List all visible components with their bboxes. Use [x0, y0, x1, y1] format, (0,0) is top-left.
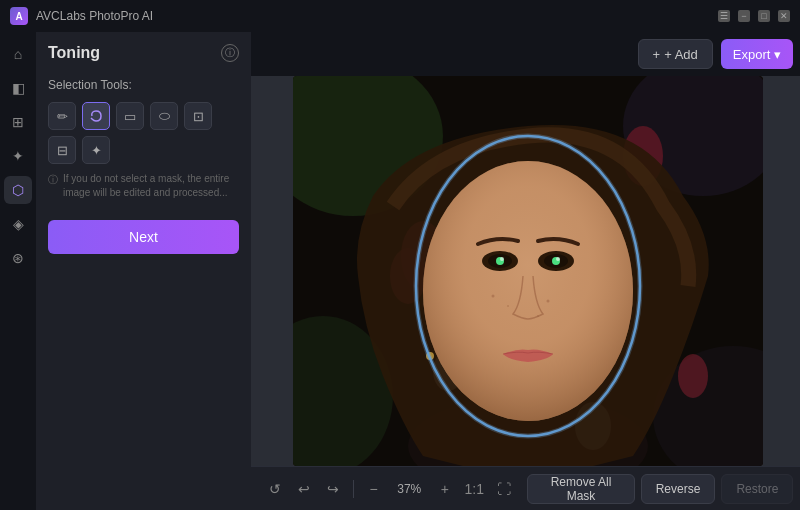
hint-info-icon: ⓘ — [48, 173, 58, 187]
zoom-in-btn[interactable]: + — [433, 475, 456, 503]
iconbar-puzzle[interactable]: ✦ — [4, 142, 32, 170]
one-to-one-label: 1:1 — [465, 481, 484, 497]
svg-point-22 — [556, 257, 560, 261]
right-panel: + + Add Export ▾ — [251, 32, 800, 510]
selection-tools-label: Selection Tools: — [48, 78, 239, 92]
remove-all-mask-btn[interactable]: Remove All Mask — [527, 474, 634, 504]
minimize-btn[interactable]: − — [738, 10, 750, 22]
sidebar: Toning ⓘ Selection Tools: ✏ ▭ ⬭ ⊡ ⊟ ✦ ⓘ … — [36, 32, 251, 510]
iconbar-more[interactable]: ⊛ — [4, 244, 32, 272]
undo-btn[interactable]: ↩ — [292, 475, 315, 503]
next-button[interactable]: Next — [48, 220, 239, 254]
redo-btn[interactable]: ↪ — [322, 475, 345, 503]
export-button[interactable]: Export ▾ — [721, 39, 794, 69]
selection-tools-row: ✏ ▭ ⬭ ⊡ ⊟ ✦ — [48, 102, 239, 164]
restore-btn[interactable]: Restore — [721, 474, 793, 504]
bottom-toolbar: ↺ ↩ ↪ − 37% + 1:1 ⛶ Remove All Mask Reve… — [251, 466, 800, 510]
svg-point-14 — [423, 161, 633, 421]
iconbar-brush[interactable]: ⬡ — [4, 176, 32, 204]
header-bar: + + Add Export ▾ — [251, 32, 800, 76]
iconbar-adjust[interactable]: ◈ — [4, 210, 32, 238]
pen-tool-btn[interactable]: ✏ — [48, 102, 76, 130]
close-btn[interactable]: ✕ — [778, 10, 790, 22]
canvas-area[interactable] — [251, 76, 800, 466]
hint-row: ⓘ If you do not select a mask, the entir… — [48, 172, 239, 200]
main-layout: ⌂ ◧ ⊞ ✦ ⬡ ◈ ⊛ Toning ⓘ Selection Tools: … — [0, 32, 800, 510]
toolbar-divider-1 — [353, 480, 354, 498]
ellipse-tool-btn[interactable]: ⬭ — [150, 102, 178, 130]
export-chevron-icon: ▾ — [774, 47, 781, 62]
zoom-level: 37% — [391, 482, 427, 496]
info-icon[interactable]: ⓘ — [221, 44, 239, 62]
one-to-one-btn[interactable]: 1:1 — [463, 475, 486, 503]
hint-text: If you do not select a mask, the entire … — [63, 172, 239, 200]
iconbar-layers[interactable]: ◧ — [4, 74, 32, 102]
maximize-btn[interactable]: □ — [758, 10, 770, 22]
rotate-left-btn[interactable]: ↺ — [263, 475, 286, 503]
icon-bar: ⌂ ◧ ⊞ ✦ ⬡ ◈ ⊛ — [0, 32, 36, 510]
face-background — [293, 76, 763, 466]
lasso-tool-btn[interactable] — [82, 102, 110, 130]
sidebar-title: Toning — [48, 44, 100, 62]
face-image — [293, 76, 763, 466]
mask-tool-btn[interactable]: ⊟ — [48, 136, 76, 164]
image-container — [293, 76, 763, 466]
menu-btn[interactable]: ☰ — [718, 10, 730, 22]
svg-point-25 — [547, 300, 550, 303]
add-label: + Add — [664, 47, 698, 62]
titlebar: A AVCLabs PhotoPro AI ☰ − □ ✕ — [0, 0, 800, 32]
reverse-btn[interactable]: Reverse — [641, 474, 716, 504]
svg-point-23 — [492, 295, 495, 298]
content-area: ↺ ↩ ↪ − 37% + 1:1 ⛶ Remove All Mask Reve… — [251, 76, 800, 510]
svg-point-21 — [500, 257, 504, 261]
zoom-out-btn[interactable]: − — [362, 475, 385, 503]
fit-btn[interactable]: ⛶ — [492, 475, 515, 503]
app-name: AVCLabs PhotoPro AI — [36, 9, 718, 23]
iconbar-grid[interactable]: ⊞ — [4, 108, 32, 136]
iconbar-home[interactable]: ⌂ — [4, 40, 32, 68]
magic-tool-btn[interactable]: ✦ — [82, 136, 110, 164]
app-logo: A — [10, 7, 28, 25]
window-controls[interactable]: ☰ − □ ✕ — [718, 10, 790, 22]
svg-point-9 — [678, 354, 708, 398]
add-icon: + — [653, 47, 661, 62]
add-button[interactable]: + + Add — [638, 39, 713, 69]
svg-point-24 — [507, 305, 509, 307]
rect-tool-btn[interactable]: ▭ — [116, 102, 144, 130]
image-tool-btn[interactable]: ⊡ — [184, 102, 212, 130]
export-label: Export — [733, 47, 771, 62]
svg-point-26 — [537, 315, 539, 317]
sidebar-header: Toning ⓘ — [48, 44, 239, 62]
